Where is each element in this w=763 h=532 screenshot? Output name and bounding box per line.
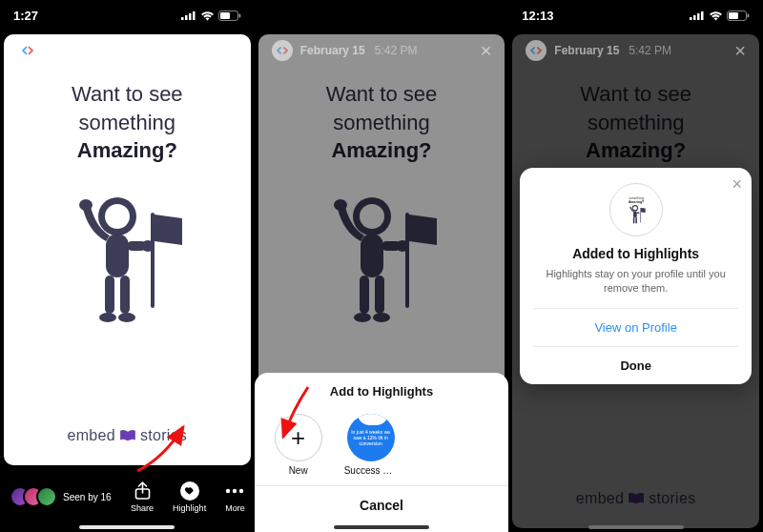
svg-rect-62 [633, 211, 637, 217]
svg-point-8 [105, 204, 130, 229]
story-card[interactable]: Want to see something Amazing? [4, 34, 251, 465]
book-icon [119, 429, 136, 442]
share-button[interactable]: Share [131, 481, 154, 513]
seen-by[interactable]: Seen by 16 [10, 486, 112, 507]
astronaut-illustration [70, 186, 184, 333]
svg-rect-34 [439, 15, 442, 20]
svg-rect-11 [120, 276, 130, 314]
done-button[interactable]: Done [533, 346, 738, 384]
svg-rect-63 [632, 217, 634, 223]
status-time: 12:12 [268, 9, 299, 23]
svg-rect-5 [220, 12, 230, 19]
close-icon[interactable]: × [481, 41, 492, 60]
highlight-thumbnail: In just 4 weeks we saw a 12% lift in con… [347, 414, 395, 461]
heading-strong: Amazing? [72, 136, 183, 165]
svg-rect-38 [474, 12, 484, 19]
close-icon[interactable]: × [226, 41, 237, 60]
modal-thumbnail: something Amazing? [609, 183, 663, 236]
svg-point-21 [239, 488, 243, 492]
seen-by-label: Seen by 16 [63, 492, 112, 502]
svg-point-19 [226, 488, 230, 492]
heart-circle-icon [180, 481, 199, 501]
status-bar: 12:12 [255, 0, 509, 31]
cellular-signal-icon [690, 10, 705, 20]
svg-point-14 [79, 199, 93, 211]
wifi-icon [200, 10, 215, 21]
svg-rect-17 [151, 213, 155, 308]
cellular-signal-icon [181, 10, 196, 20]
battery-icon [218, 10, 241, 21]
added-to-highlights-modal: × something Amazing? Added to Highlights… [520, 168, 752, 384]
home-indicator[interactable] [79, 525, 175, 529]
story-header: February 15 5:42 PM × [8, 34, 247, 67]
status-time: 1:27 [13, 9, 38, 23]
svg-rect-39 [493, 13, 495, 17]
cellular-signal-icon [435, 10, 450, 20]
story-date: February 15 [300, 44, 365, 57]
status-time: 12:13 [522, 9, 553, 23]
view-on-profile-button[interactable]: View on Profile [533, 308, 738, 346]
story-time: 5:42 PM [375, 44, 418, 57]
svg-point-20 [233, 488, 237, 492]
brand-suffix: stories [140, 427, 187, 444]
svg-point-12 [99, 313, 116, 322]
add-to-highlights-sheet: Add to Highlights + New In just 4 weeks … [255, 373, 509, 532]
close-icon[interactable]: × [734, 41, 746, 60]
phone-screen-2: Want to see something Amazing? embed sto [255, 0, 509, 532]
existing-label: Success St... [344, 465, 398, 476]
heading-line2: something [72, 109, 183, 137]
story-time: 5:42 PM [120, 44, 163, 57]
status-right [181, 10, 241, 21]
story-date: February 15 [46, 44, 111, 57]
heading-line1: Want to see [72, 80, 183, 109]
story-avatar [526, 40, 546, 61]
svg-rect-54 [701, 11, 704, 20]
svg-rect-35 [443, 13, 445, 20]
svg-text:something: something [629, 196, 644, 200]
story-bottom-bar: Seen by 16 Share Highlight [0, 469, 255, 532]
share-label: Share [131, 503, 154, 513]
story-header: February 15 5:42 PM × [516, 34, 755, 67]
svg-rect-2 [189, 13, 192, 20]
modal-title: Added to Highlights [533, 246, 738, 261]
battery-icon [472, 10, 495, 21]
highlight-button[interactable]: Highlight [173, 481, 206, 513]
svg-rect-36 [446, 11, 449, 20]
svg-rect-64 [635, 217, 637, 223]
new-highlight-button[interactable]: + New [272, 414, 325, 476]
svg-rect-0 [181, 17, 184, 20]
close-icon[interactable]: × [732, 175, 742, 193]
wifi-icon [454, 10, 468, 21]
svg-rect-66 [640, 208, 641, 223]
home-indicator[interactable] [334, 525, 429, 529]
more-button[interactable]: More [225, 481, 245, 513]
svg-rect-57 [747, 13, 749, 17]
svg-rect-6 [238, 13, 240, 17]
brand-logo: embed stories [68, 427, 188, 444]
svg-rect-52 [693, 15, 696, 20]
battery-icon [727, 10, 750, 21]
story-avatar[interactable] [17, 40, 38, 61]
status-bar: 12:13 [508, 0, 763, 31]
phone-screen-1: 1:27 Want to see something Amazing? [0, 0, 255, 532]
svg-rect-10 [105, 276, 114, 314]
svg-point-13 [118, 313, 135, 322]
status-right [435, 10, 495, 21]
svg-rect-9 [106, 234, 129, 277]
status-right [690, 10, 750, 21]
highlight-label: Highlight [173, 503, 206, 513]
svg-rect-53 [697, 13, 700, 20]
more-icon [225, 481, 244, 501]
svg-rect-56 [729, 12, 738, 19]
svg-rect-1 [185, 15, 188, 20]
svg-rect-65 [636, 212, 639, 214]
wifi-icon [709, 10, 723, 21]
modal-subtitle: Highlights stay on your profile until yo… [533, 267, 738, 308]
existing-highlight-button[interactable]: In just 4 weeks we saw a 12% lift in con… [344, 414, 398, 476]
brand-prefix: embed [68, 427, 115, 444]
story-avatar [272, 40, 293, 61]
plus-icon: + [275, 414, 322, 461]
svg-rect-3 [193, 11, 196, 20]
story-date: February 15 [554, 44, 619, 57]
avatar-stack [10, 486, 57, 507]
